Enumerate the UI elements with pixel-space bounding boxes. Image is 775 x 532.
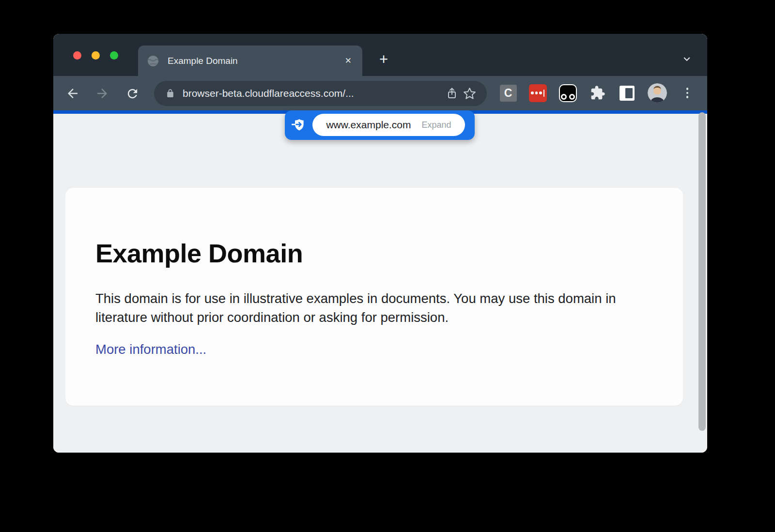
url-text[interactable]: browser-beta.cloudflareaccess.com/...	[183, 88, 443, 99]
isolation-banner[interactable]: www.example.com Expand	[285, 110, 475, 140]
back-button[interactable]	[64, 85, 81, 102]
web-page-viewport: Example Domain This domain is for use in…	[53, 114, 707, 453]
browser-toolbar: browser-beta.cloudflareaccess.com/... C	[53, 76, 707, 110]
extension-lastpass-icon[interactable]	[527, 82, 548, 104]
isolated-hostname: www.example.com	[326, 119, 411, 131]
browser-window: Example Domain ✕ + brows	[53, 34, 707, 453]
lock-icon[interactable]	[165, 85, 175, 102]
page-paragraph: This domain is for use in illustrative e…	[95, 289, 652, 327]
tab-strip: Example Domain ✕ +	[53, 34, 707, 76]
share-icon[interactable]	[443, 85, 461, 102]
new-tab-button[interactable]: +	[374, 50, 393, 68]
expand-button[interactable]: Expand	[422, 120, 451, 130]
traffic-light-close-icon[interactable]	[73, 51, 81, 60]
scrollbar-thumb[interactable]	[698, 112, 706, 431]
avatar-image	[648, 83, 667, 103]
page-title: Example Domain	[95, 238, 653, 268]
tab-title: Example Domain	[168, 56, 343, 66]
tab-close-icon[interactable]: ✕	[343, 55, 354, 67]
address-bar[interactable]: browser-beta.cloudflareaccess.com/...	[154, 81, 487, 106]
side-panel-icon[interactable]	[616, 82, 637, 104]
shield-arrow-icon	[292, 118, 306, 132]
binoculars-lens-icon	[559, 84, 577, 102]
kebab-menu-icon[interactable]	[677, 82, 698, 104]
forward-button[interactable]	[93, 85, 111, 102]
more-information-link[interactable]: More information...	[95, 342, 206, 357]
content-card: Example Domain This domain is for use in…	[65, 188, 683, 406]
reload-button[interactable]	[124, 85, 141, 102]
extension-c-icon[interactable]: C	[497, 82, 519, 104]
bookmark-star-icon[interactable]	[461, 85, 478, 102]
desktop-background: Example Domain ✕ + brows	[0, 0, 775, 532]
traffic-light-zoom-icon[interactable]	[110, 51, 118, 60]
extension-c-label: C	[500, 85, 517, 102]
isolation-host-pill[interactable]: www.example.com Expand	[312, 114, 465, 136]
traffic-light-minimize-icon[interactable]	[92, 51, 100, 60]
side-panel-glyph	[620, 86, 635, 101]
profile-avatar[interactable]	[647, 82, 668, 104]
chevron-down-icon[interactable]	[678, 50, 696, 68]
lastpass-dots-icon	[529, 84, 547, 102]
active-tab[interactable]: Example Domain ✕	[138, 46, 362, 76]
globe-favicon-icon	[147, 55, 159, 67]
three-dots-glyph	[686, 88, 689, 98]
extension-binoculars-icon[interactable]	[557, 82, 578, 104]
extensions-puzzle-icon[interactable]	[587, 82, 608, 104]
